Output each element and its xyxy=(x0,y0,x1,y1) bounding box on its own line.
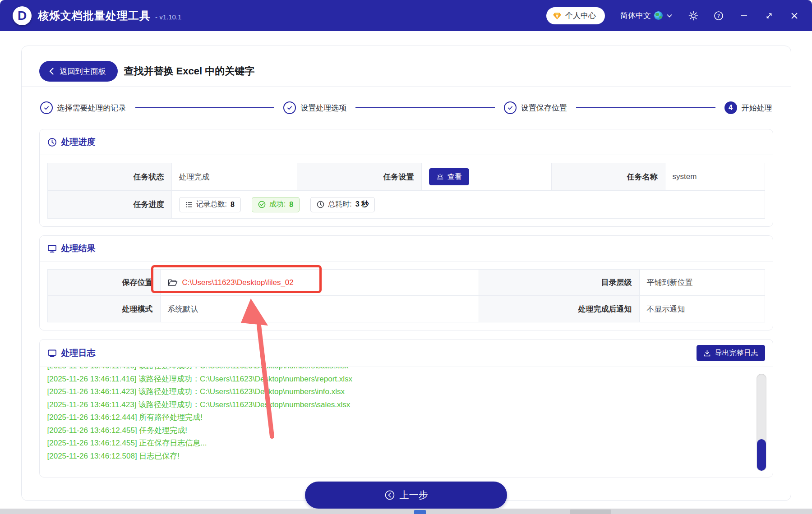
log-line: [2025-11-26 13:46:12.444] 所有路径处理完成! xyxy=(47,411,765,424)
step3-check-icon xyxy=(504,101,517,114)
maximize-button[interactable] xyxy=(764,11,774,21)
help-icon: ? xyxy=(714,11,724,21)
expand-icon xyxy=(765,11,774,20)
minimize-button[interactable] xyxy=(739,11,749,21)
result-section-title: 处理结果 xyxy=(61,243,96,254)
step1-check-icon xyxy=(40,101,53,114)
step1-label: 选择需要处理的记录 xyxy=(57,103,126,113)
elapsed-time-value: 3 秒 xyxy=(355,200,369,209)
close-icon xyxy=(790,11,799,20)
view-button-label: 查看 xyxy=(448,172,462,182)
user-center-label: 个人中心 xyxy=(565,10,596,21)
taskbar-fragment xyxy=(570,509,611,514)
close-button[interactable] xyxy=(789,11,799,21)
footer: 上一步 xyxy=(39,482,773,509)
monitor-icon xyxy=(47,349,57,358)
progress-section-header: 处理进度 xyxy=(40,129,773,155)
notify-label: 处理完成后通知 xyxy=(479,296,640,322)
monitor-icon xyxy=(47,244,57,253)
app-logo-letter: D xyxy=(18,9,27,23)
result-section: 处理结果 保存位置 C:\Users\11623\Desktop\files_0… xyxy=(39,235,773,330)
folder-open-icon xyxy=(168,278,178,287)
export-log-label: 导出完整日志 xyxy=(715,349,758,358)
log-output[interactable]: [2025-11-26 13:46:11.416] 该路径处理成功：C:\Use… xyxy=(40,367,773,477)
back-to-dashboard-button[interactable]: 返回到主面板 xyxy=(39,61,118,82)
download-icon xyxy=(703,349,711,357)
step4-label: 开始处理 xyxy=(742,103,772,113)
gem-icon xyxy=(553,11,562,20)
help-button[interactable]: ? xyxy=(714,11,724,21)
log-scrollbar-track[interactable] xyxy=(757,374,766,471)
language-selector[interactable]: 简体中文 xyxy=(620,10,673,21)
check-circle-icon xyxy=(258,201,266,208)
step2-check-icon xyxy=(283,101,296,114)
settings-button[interactable] xyxy=(688,11,698,21)
step-indicator: 选择需要处理的记录 设置处理选项 设置保存位置 4 开始处理 xyxy=(39,87,773,129)
back-button-label: 返回到主面板 xyxy=(60,66,106,77)
step3-label: 设置保存位置 xyxy=(521,103,567,113)
log-line: [2025-11-26 13:46:12.508] 日志已保存! xyxy=(47,450,765,463)
app-title: 核烁文档批量处理工具 xyxy=(38,9,151,23)
step2-label: 设置处理选项 xyxy=(300,103,346,113)
log-line: [2025-11-26 13:46:11.416] 该路径处理成功：C:\Use… xyxy=(47,373,765,386)
save-location-label: 保存位置 xyxy=(48,270,161,296)
divider xyxy=(40,261,773,262)
process-mode-label: 处理模式 xyxy=(48,296,161,322)
directory-level-label: 目录层级 xyxy=(479,270,640,296)
task-progress-cell: 记录总数: 8 成功: 8 xyxy=(172,191,765,218)
notify-value: 不显示通知 xyxy=(640,296,765,322)
step-connector xyxy=(576,107,715,108)
task-name-value: system xyxy=(665,163,765,191)
clock-icon xyxy=(47,138,57,147)
taskbar-fragment xyxy=(414,510,426,514)
save-location-path[interactable]: C:\Users\11623\Desktop\files_02 xyxy=(182,278,294,287)
elapsed-time-label: 总耗时: xyxy=(328,200,351,209)
language-label: 简体中文 xyxy=(620,10,651,21)
success-count-label: 成功: xyxy=(269,200,286,209)
progress-table: 任务状态 处理完成 任务设置 查看 任务名称 xyxy=(47,163,765,219)
step-select-records: 选择需要处理的记录 xyxy=(40,101,126,114)
result-table: 保存位置 C:\Users\11623\Desktop\files_02 目录层… xyxy=(47,269,765,322)
divider xyxy=(40,155,773,155)
globe-icon xyxy=(654,11,663,20)
success-count-badge: 成功: 8 xyxy=(252,197,300,212)
elapsed-time-badge: 总耗时: 3 秒 xyxy=(310,197,375,212)
task-settings-label: 任务设置 xyxy=(297,163,422,191)
progress-section-title: 处理进度 xyxy=(61,136,96,148)
task-progress-label: 任务进度 xyxy=(48,191,172,218)
task-settings-cell: 查看 xyxy=(422,163,552,191)
process-mode-value: 系统默认 xyxy=(161,296,479,322)
log-line: [2025-11-26 13:46:11.423] 该路径处理成功：C:\Use… xyxy=(47,399,765,412)
clock-icon xyxy=(317,201,324,208)
app-version: - v1.10.1 xyxy=(155,13,181,21)
previous-step-button[interactable]: 上一步 xyxy=(305,482,507,509)
previous-step-label: 上一步 xyxy=(400,489,428,501)
titlebar: D 核烁文档批量处理工具 - v1.10.1 个人中心 简体中文 xyxy=(0,0,812,31)
log-line: [2025-11-26 13:46:12.455] 正在保存日志信息... xyxy=(47,437,765,450)
minimize-icon xyxy=(739,11,748,20)
log-line: [2025-11-26 13:46:11.423] 该路径处理成功：C:\Use… xyxy=(47,386,765,399)
save-location-cell[interactable]: C:\Users\11623\Desktop\files_02 xyxy=(161,270,479,296)
view-icon xyxy=(436,173,444,181)
gear-icon xyxy=(688,11,698,21)
log-section: 处理日志 导出完整日志 [2025-11-26 13:46:11.416] 该路… xyxy=(39,339,773,477)
taskbar-strip xyxy=(0,509,812,514)
view-settings-button[interactable]: 查看 xyxy=(429,168,469,185)
record-count-badge: 记录总数: 8 xyxy=(179,197,241,212)
window-body: 返回到主面板 查找并替换 Excel 中的关键字 选择需要处理的记录 设置处理选… xyxy=(0,31,812,509)
task-status-value: 处理完成 xyxy=(172,163,297,191)
log-lines: [2025-11-26 13:46:11.416] 该路径处理成功：C:\Use… xyxy=(47,367,765,463)
list-icon xyxy=(185,201,193,208)
step-connector xyxy=(355,107,495,108)
record-count-value: 8 xyxy=(231,201,235,209)
log-line: [2025-11-26 13:46:12.455] 任务处理完成! xyxy=(47,424,765,437)
user-center-button[interactable]: 个人中心 xyxy=(546,7,605,24)
result-section-header: 处理结果 xyxy=(40,236,773,261)
page-title: 查找并替换 Excel 中的关键字 xyxy=(124,64,255,78)
log-section-title: 处理日志 xyxy=(61,347,96,359)
log-scrollbar-thumb[interactable] xyxy=(757,439,766,471)
step4-number-badge: 4 xyxy=(724,101,737,114)
step-process-options: 设置处理选项 xyxy=(283,101,346,114)
export-log-button[interactable]: 导出完整日志 xyxy=(697,345,765,361)
step-save-location: 设置保存位置 xyxy=(504,101,567,114)
